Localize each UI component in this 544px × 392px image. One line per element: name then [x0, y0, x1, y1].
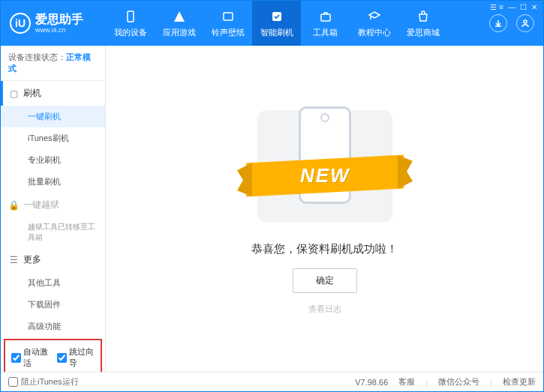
window-controls: ☰ ≡ — ☐ ✕ [484, 1, 543, 13]
section-more: ☰ 更多 其他工具 下载固件 高级功能 [1, 247, 105, 337]
tab-tutorials[interactable]: 教程中心 [350, 1, 398, 46]
checkbox-label: 跳过向导 [69, 346, 95, 369]
toolbox-icon [318, 9, 333, 24]
minimize-icon[interactable]: — [508, 3, 515, 11]
section-title: 更多 [23, 253, 41, 266]
section-flash: ▢ 刷机 一键刷机 iTunes刷机 专业刷机 批量刷机 [1, 81, 105, 193]
section-header-jailbreak: 🔒 一键越狱 [1, 193, 105, 217]
checkbox-auto-activate[interactable]: 自动激活 [11, 346, 50, 369]
tab-apps[interactable]: 应用游戏 [155, 1, 203, 46]
checkbox-input[interactable] [57, 353, 67, 363]
sidebar-item-other-tools[interactable]: 其他工具 [1, 272, 105, 294]
footer-link-wechat[interactable]: 微信公众号 [438, 376, 479, 388]
tab-toolbox[interactable]: 工具箱 [301, 1, 350, 46]
svg-rect-3 [321, 14, 330, 21]
tab-label: 铃声壁纸 [212, 27, 245, 38]
main-content: NEW 恭喜您，保资料刷机成功啦！ 确定 查看日志 [106, 46, 543, 372]
tab-store[interactable]: 爱思商城 [398, 1, 447, 46]
menu-icon[interactable]: ☰ ≡ [490, 3, 503, 11]
close-icon[interactable]: ✕ [531, 3, 537, 11]
tab-label: 我的设备 [114, 27, 147, 38]
download-button[interactable] [489, 14, 507, 32]
section-title: 刷机 [23, 87, 41, 100]
tab-label: 应用游戏 [163, 27, 196, 38]
section-header-more[interactable]: ☰ 更多 [1, 247, 105, 272]
footer-bar: 阻止iTunes运行 V7.98.66 客服 | 微信公众号 | 检查更新 [1, 372, 543, 391]
footer-link-support[interactable]: 客服 [398, 376, 415, 388]
checkbox-input[interactable] [11, 353, 21, 363]
body-area: 设备连接状态：正常模式 ▢ 刷机 一键刷机 iTunes刷机 专业刷机 批量刷机… [1, 46, 543, 372]
menu-icon: ☰ [8, 255, 19, 265]
version-label: V7.98.66 [355, 378, 388, 387]
sidebar-item-download-firmware[interactable]: 下载固件 [1, 294, 105, 316]
success-illustration: NEW [239, 103, 411, 230]
tab-flash[interactable]: 智能刷机 [252, 1, 301, 46]
tab-my-device[interactable]: 我的设备 [106, 1, 155, 46]
checkbox-block-itunes[interactable]: 阻止iTunes运行 [8, 376, 79, 388]
device-icon [123, 9, 138, 24]
header-bar: ☰ ≡ — ☐ ✕ iU 爱思助手 www.i4.cn 我的设备 应用游戏 铃声 [1, 1, 543, 46]
wallpaper-icon [221, 9, 236, 24]
maximize-icon[interactable]: ☐ [520, 3, 527, 11]
logo-area: iU 爱思助手 www.i4.cn [1, 13, 106, 34]
view-log-link[interactable]: 查看日志 [308, 304, 341, 315]
app-window: ☰ ≡ — ☐ ✕ iU 爱思助手 www.i4.cn 我的设备 应用游戏 铃声 [0, 0, 544, 392]
sidebar-item-onekey-flash[interactable]: 一键刷机 [1, 106, 105, 127]
success-message: 恭喜您，保资料刷机成功啦！ [251, 242, 398, 256]
nav-tabs: 我的设备 应用游戏 铃声壁纸 智能刷机 工具箱 教程中心 [106, 1, 489, 46]
section-header-flash[interactable]: ▢ 刷机 [1, 81, 105, 106]
connection-status: 设备连接状态：正常模式 [1, 46, 105, 81]
sidebar-item-pro-flash[interactable]: 专业刷机 [1, 149, 105, 171]
apps-icon [172, 9, 187, 24]
sidebar: 设备连接状态：正常模式 ▢ 刷机 一键刷机 iTunes刷机 专业刷机 批量刷机… [1, 46, 106, 372]
svg-rect-1 [224, 13, 233, 20]
checkbox-input[interactable] [8, 377, 18, 387]
phone-icon: ▢ [8, 88, 19, 99]
footer-link-update[interactable]: 检查更新 [503, 376, 536, 388]
tab-label: 爱思商城 [407, 27, 440, 38]
sidebar-item-itunes-flash[interactable]: iTunes刷机 [1, 127, 105, 149]
flash-icon [269, 9, 284, 24]
ribbon-text: NEW [299, 164, 350, 187]
options-box: 自动激活 跳过向导 [4, 339, 102, 372]
header-right [489, 14, 543, 32]
confirm-button[interactable]: 确定 [293, 268, 357, 293]
tab-ringtones[interactable]: 铃声壁纸 [203, 1, 252, 46]
tab-label: 教程中心 [358, 27, 391, 38]
section-title: 一键越狱 [23, 199, 59, 211]
checkbox-label: 自动激活 [23, 346, 50, 369]
checkbox-skip-wizard[interactable]: 跳过向导 [57, 346, 95, 369]
footer-right: V7.98.66 客服 | 微信公众号 | 检查更新 [355, 376, 536, 388]
user-button[interactable] [516, 14, 534, 32]
app-subtitle: www.i4.cn [35, 26, 83, 34]
store-icon [416, 9, 431, 24]
app-title: 爱思助手 [35, 13, 83, 26]
svg-rect-0 [128, 11, 134, 22]
checkbox-label: 阻止iTunes运行 [21, 376, 79, 388]
status-label: 设备连接状态： [8, 52, 66, 61]
logo-icon: iU [10, 13, 31, 34]
sidebar-item-advanced[interactable]: 高级功能 [1, 316, 105, 337]
lock-icon: 🔒 [8, 200, 19, 211]
tab-label: 智能刷机 [260, 27, 293, 38]
jailbreak-note: 越狱工具已转移至工具箱 [1, 217, 105, 247]
svg-point-4 [524, 20, 527, 23]
section-jailbreak: 🔒 一键越狱 越狱工具已转移至工具箱 [1, 193, 105, 247]
tutorial-icon [367, 9, 382, 24]
tab-label: 工具箱 [313, 27, 338, 38]
sidebar-item-batch-flash[interactable]: 批量刷机 [1, 171, 105, 193]
